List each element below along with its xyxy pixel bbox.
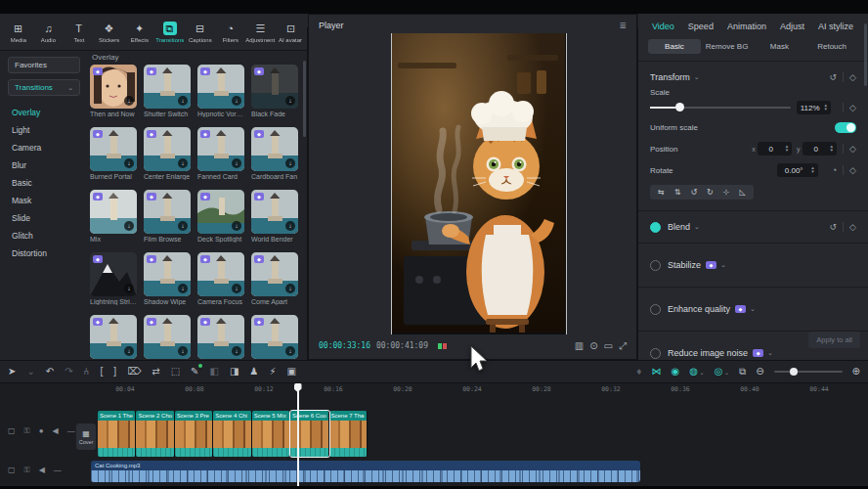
preview-panel-icon[interactable]: ⧉ <box>739 367 746 377</box>
lock-icon[interactable]: ⚿ <box>24 467 30 474</box>
gallery-scrollbar[interactable] <box>303 61 306 137</box>
transition-thumbnail[interactable]: ◆↓ <box>144 315 191 359</box>
trim-left-icon[interactable]: [ <box>101 367 104 377</box>
clip-scene-3-pre[interactable]: Scene 3 Pre <box>175 411 213 457</box>
mute-track-icon[interactable]: ◀ <box>53 427 59 435</box>
chevron-down-icon[interactable]: ⌄ <box>694 73 700 81</box>
crop-icon[interactable]: ⬚ <box>171 367 180 377</box>
sidebar-item-overlay[interactable]: Overlay <box>0 104 86 121</box>
tab-video[interactable]: Video <box>652 22 674 31</box>
mirror-icon[interactable]: ⇄ <box>152 367 159 377</box>
resolution-icon[interactable]: ▭ <box>604 340 613 351</box>
keyframe-icon[interactable]: ◇ <box>843 103 856 112</box>
tab-adjust[interactable]: Adjust <box>780 22 804 31</box>
reset-icon[interactable]: ↺ <box>830 222 838 232</box>
sidebar-item-camera[interactable]: Camera <box>0 139 86 156</box>
transition-thumbnail[interactable]: ◆↓ <box>197 127 244 171</box>
transition-bowtie-icon[interactable]: ⋈ <box>651 367 661 377</box>
zoom-in-icon[interactable]: ⊕ <box>852 367 860 377</box>
keyframe-icon[interactable]: ◇ <box>843 144 856 154</box>
section-checkbox[interactable] <box>650 348 661 359</box>
transition-thumbnail[interactable]: ◆↓ <box>251 315 298 359</box>
toolbar-item-adjustment[interactable]: ☰Adjustment <box>246 22 275 43</box>
redo-icon[interactable]: ↷ <box>65 367 72 377</box>
reset-icon[interactable]: ↺ <box>830 72 838 82</box>
toolbar-item-text[interactable]: TText <box>65 22 93 43</box>
apply-to-all-button[interactable]: Apply to all <box>808 332 860 348</box>
lock-icon[interactable]: ⚿ <box>24 427 30 435</box>
keyframe-pair-icon[interactable]: ◉ <box>671 367 679 377</box>
chevron-down-icon[interactable]: ⌄ <box>694 223 700 231</box>
magic-wand-icon[interactable]: ⚡ <box>269 367 276 377</box>
transition-thumbnail[interactable]: ◆↓ <box>197 65 244 109</box>
figure-icon[interactable]: ♟ <box>249 367 258 377</box>
category-dropdown[interactable]: Transitions ⌄ <box>8 79 80 96</box>
scale-stepper[interactable]: ▲▼ <box>824 104 828 111</box>
rotate-value-box[interactable]: 0.00° ▲▼ <box>777 163 817 177</box>
clip-scene-5-mix[interactable]: Scene 5 Mix <box>252 411 290 457</box>
smart-edit-icon[interactable]: ◎ ⌄ <box>715 367 729 377</box>
collapse-icon[interactable]: — <box>67 427 75 435</box>
rotate-left-icon[interactable]: ↺ <box>690 188 697 197</box>
rotate-right-icon[interactable]: ↻ <box>707 188 714 197</box>
inspector-scrollbar[interactable] <box>864 23 867 86</box>
clip-scene-1-the[interactable]: Scene 1 The <box>98 411 136 457</box>
transition-thumbnail[interactable]: ◆↓ <box>251 252 298 296</box>
scale-slider-knob[interactable] <box>675 103 684 111</box>
transition-thumbnail[interactable]: ◆↓ <box>90 65 137 109</box>
toolbar-item-audio[interactable]: ♫Audio <box>34 22 63 43</box>
clip-scene-7-tha[interactable]: Scene 7 Tha <box>329 411 368 457</box>
video-preview[interactable] <box>391 33 567 334</box>
keyframe-icon[interactable]: ◇ <box>843 72 856 82</box>
uniform-scale-toggle[interactable] <box>835 122 856 133</box>
toolbar-item-captions[interactable]: ⊟Captions <box>186 22 214 43</box>
tab-animation[interactable]: Animation <box>727 22 766 31</box>
fit-icon[interactable]: ⊙ <box>589 340 597 351</box>
flip-horizontal-icon[interactable]: ⇆ <box>658 188 665 197</box>
clip-scene-2-cho[interactable]: Scene 2 Cho <box>136 411 174 457</box>
track-options-icon[interactable]: ▢ <box>8 467 16 474</box>
toolbar-item-effects[interactable]: ✦Effects <box>125 22 153 43</box>
section-checkbox[interactable] <box>650 304 661 315</box>
section-checkbox[interactable] <box>650 260 661 271</box>
position-y-stepper[interactable]: ▲▼ <box>830 145 834 153</box>
transition-thumbnail[interactable]: ◆↓ <box>251 65 298 109</box>
display-icon[interactable]: ▣ <box>286 367 295 377</box>
rotate-stepper[interactable]: ▲▼ <box>810 166 814 174</box>
transition-thumbnail[interactable]: ◆↓ <box>144 127 191 171</box>
player-menu-icon[interactable]: ≣ <box>619 21 627 30</box>
transition-thumbnail[interactable]: ◆↓ <box>90 127 137 171</box>
delete-icon[interactable]: ⌦ <box>127 367 141 377</box>
collapse-icon[interactable]: — <box>54 467 62 474</box>
clip-scene-4-chi[interactable]: Scene 4 Chi <box>213 411 251 457</box>
sidebar-item-blur[interactable]: Blur <box>0 156 86 174</box>
position-x-box[interactable]: 0 ▲▼ <box>758 142 792 156</box>
toolbar-item-stickers[interactable]: ❖Stickers <box>95 22 123 43</box>
sidebar-item-light[interactable]: Light <box>0 121 86 139</box>
sidebar-item-basic[interactable]: Basic <box>0 174 86 192</box>
transition-thumbnail[interactable]: ◆↓ <box>90 252 137 296</box>
playhead[interactable] <box>297 383 299 486</box>
hide-track-icon[interactable]: ● <box>39 427 44 435</box>
undo-icon[interactable]: ↶ <box>46 367 54 377</box>
transition-thumbnail[interactable]: ◆↓ <box>251 190 298 234</box>
split-icon[interactable]: ⑃ <box>84 367 90 377</box>
cover-button[interactable]: ▦ Cover <box>76 423 96 450</box>
select-tool-icon[interactable]: ➤ <box>8 367 16 377</box>
subtab-mask[interactable]: Mask <box>754 39 806 54</box>
ai-tools-icon[interactable]: ✎ <box>191 367 198 377</box>
scale-slider[interactable] <box>650 107 791 109</box>
zoom-slider-knob[interactable] <box>790 368 798 376</box>
tab-speed[interactable]: Speed <box>688 22 714 31</box>
transition-thumbnail[interactable]: ◆↓ <box>90 315 137 359</box>
sidebar-item-mask[interactable]: Mask <box>0 192 86 209</box>
position-y-box[interactable]: 0 ▲▼ <box>803 142 837 156</box>
sidebar-item-slide[interactable]: Slide <box>0 209 86 227</box>
track-options-icon[interactable]: ▢ <box>8 427 16 435</box>
toolbar-item-media[interactable]: ⊞Media <box>4 22 32 43</box>
sidebar-item-glitch[interactable]: Glitch <box>0 227 86 244</box>
level-icon[interactable]: ◺ <box>740 188 746 197</box>
toolbar-item-transitions[interactable]: ⧉Transitions <box>155 22 184 43</box>
chevron-down-icon[interactable]: ⌄ <box>750 305 756 313</box>
blend-checkbox[interactable] <box>650 222 661 233</box>
